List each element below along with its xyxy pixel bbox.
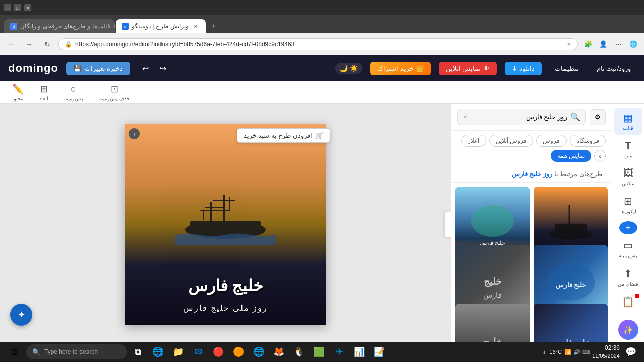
tab-2[interactable]: d ویرایش طرح | دومینگو ✕ <box>116 19 206 33</box>
notification-icon: 💬 <box>625 346 636 357</box>
tab-close-2[interactable]: ✕ <box>192 22 200 30</box>
templates-grid: خلیج فارس 🛒 <box>451 183 612 362</box>
sidebar-notification-1[interactable]: 📋 <box>614 292 642 312</box>
maximize-button[interactable]: □ <box>14 4 21 11</box>
chrome-icon: 🌐 <box>253 346 264 357</box>
chrome-button[interactable]: 🌐 <box>250 343 268 361</box>
filter-button[interactable]: ⚙ <box>590 109 606 125</box>
profile-button[interactable]: 👤 <box>597 38 610 51</box>
text-icon: T <box>625 140 631 151</box>
start-button[interactable]: ⊞ <box>4 344 24 360</box>
more-button[interactable]: ⋯ <box>612 38 625 51</box>
extensions-button[interactable]: 🧩 <box>582 38 595 51</box>
canvas-topbar: ✏️ محتوا ⊞ ابعاد ○ پس‌زمینه ⊡ حذف پس‌زمی… <box>0 81 644 104</box>
info-button[interactable]: i <box>129 128 140 139</box>
undo-redo-group: ↩ ↪ <box>138 61 171 76</box>
url-bar[interactable]: 🔒 https://app.domingo.ir/editor?industry… <box>58 38 578 50</box>
search-input[interactable] <box>470 113 567 121</box>
related-label: : طرح‌های مرتبط با روز خلیج فارس <box>451 166 612 183</box>
prev-tag-button[interactable]: › <box>594 150 606 162</box>
tool-background[interactable]: ○ پس‌زمینه <box>60 82 87 103</box>
task-view-icon: ⧉ <box>135 347 141 357</box>
sidebar-background-button[interactable]: ▭ پس‌زمینه <box>614 235 642 262</box>
taskbar-search-input[interactable] <box>44 348 115 355</box>
taskbar-sys-icons: 🌡 16°C 📶 🔊 ⌨ <box>542 349 590 355</box>
remove-bg-label: حذف پس‌زمینه <box>99 96 130 101</box>
save-label: ذخیره تغییرات <box>85 65 123 72</box>
pomodo-button[interactable]: 🟠 <box>229 343 248 361</box>
tab-favicon-1: d <box>10 23 17 30</box>
svg-text:خلیج فارس: خلیج فارس <box>556 282 586 290</box>
add-to-cart-button[interactable]: 🛒 افزودن طرح به سبد خرید <box>237 128 330 143</box>
new-tab-button[interactable]: + <box>207 19 221 33</box>
close-button[interactable]: ✕ <box>24 4 31 11</box>
filter-tag-online-sale[interactable]: فروش آنلاین <box>489 135 533 147</box>
back-button[interactable]: ← <box>4 37 18 51</box>
mail-button[interactable]: ✉ <box>189 343 207 361</box>
firefox-icon: 🦊 <box>273 346 284 357</box>
edge-taskbar-button[interactable]: 🌐 <box>149 343 167 361</box>
settings-button[interactable]: تنظیمات <box>550 62 584 75</box>
sidebar-icons-button[interactable]: ⊞ آیکون‌ها <box>614 191 642 218</box>
dimensions-icon: ⊞ <box>40 83 48 95</box>
filter-tag-ads[interactable]: اعلار <box>461 135 486 147</box>
edge-icon[interactable]: 🌐 <box>627 38 640 51</box>
sidebar-template-button[interactable]: ▦ قالب <box>614 108 642 135</box>
taskbar: ⊞ 🔍 ⧉ 🌐 📁 ✉ 🔴 🟠 🌐 🦊 🐧 🟩 ✈ 📊 📝 � <box>0 342 644 362</box>
save-button[interactable]: 💾 ذخیره تغییرات <box>66 62 130 75</box>
download-button[interactable]: ⬇ دانلود <box>505 62 542 75</box>
settings-label: تنظیمات <box>555 65 579 72</box>
minimize-button[interactable]: ─ <box>4 4 11 11</box>
word-button[interactable]: 📝 <box>370 343 388 361</box>
preview-button[interactable]: نمایش آنلاین 👁 <box>439 62 497 75</box>
tab-1[interactable]: d قالب‌ها و طرح‌های حرفه‌ای و رایگان ✕ <box>4 19 115 33</box>
background-label: پس‌زمینه <box>64 96 83 101</box>
filter-tag-sale[interactable]: فروش <box>536 135 567 147</box>
upload-icon: ⬆ <box>624 267 632 280</box>
filter-tag-shop[interactable]: فروشگاه <box>570 135 606 147</box>
canvas-wrapper: domingo domingo domingo domingo domingo … <box>0 104 451 362</box>
tool-remove-bg[interactable]: ⊡ حذف پس‌زمینه <box>95 81 134 103</box>
green-app-button[interactable]: 🟩 <box>310 343 328 361</box>
svg-rect-6 <box>200 210 230 211</box>
dark-mode-toggle[interactable]: 🌙 ☀️ <box>335 63 362 74</box>
tab-close-1[interactable]: ✕ <box>113 22 115 30</box>
related-keyword: روز خلیج فارس <box>512 170 552 178</box>
sidebar-upload-button[interactable]: ⬆ فضای من <box>614 263 642 291</box>
forward-button[interactable]: → <box>22 37 36 51</box>
sidebar-photo-button[interactable]: 🖼 عکس <box>614 163 642 190</box>
app-red-button[interactable]: 🔴 <box>209 343 227 361</box>
subscribe-button[interactable]: خرید اشتراک 👑 <box>370 62 430 75</box>
refresh-button[interactable]: ↻ <box>40 37 54 51</box>
notification-button[interactable]: 💬 <box>622 343 640 361</box>
expand-panel-button[interactable]: › <box>445 212 451 238</box>
filter-icon: ⚙ <box>595 113 601 121</box>
canvas-image: خلیج فارس روز ملی خلیج فارس <box>125 124 326 325</box>
design-canvas: domingo domingo domingo domingo domingo … <box>125 124 326 325</box>
tool-content[interactable]: ✏️ محتوا <box>8 81 27 103</box>
filter-tag-all[interactable]: نمایش همه <box>551 150 591 162</box>
undo-button[interactable]: ↩ <box>138 61 153 76</box>
svg-rect-14 <box>555 224 587 235</box>
excel-button[interactable]: 📊 <box>350 343 368 361</box>
bg-icon: ▭ <box>623 239 633 251</box>
telegram-button[interactable]: ✈ <box>330 343 348 361</box>
file-explorer-button[interactable]: 📁 <box>169 343 187 361</box>
tool-dimensions[interactable]: ⊞ ابعاد <box>35 81 52 103</box>
right-panel: ⚙ 🔍 ✕ فروشگاه فروش فروش آنلاین اعلا <box>451 104 612 362</box>
firefox-button[interactable]: 🦊 <box>270 343 288 361</box>
search-container: ⚙ 🔍 ✕ <box>451 104 612 131</box>
sidebar-ai-button[interactable]: ✨ <box>614 314 642 344</box>
task-view-button[interactable]: ⧉ <box>129 343 147 361</box>
linux-button[interactable]: 🐧 <box>290 343 308 361</box>
ship-svg <box>175 185 276 245</box>
taskbar-search[interactable]: 🔍 <box>26 344 127 359</box>
canvas-fab-button[interactable]: ✦ <box>10 304 32 326</box>
redo-button[interactable]: ↪ <box>155 61 171 76</box>
clear-search-icon[interactable]: ✕ <box>463 114 467 120</box>
search-input-wrap[interactable]: 🔍 ✕ <box>457 109 586 125</box>
sidebar-add-button[interactable]: + <box>619 221 637 234</box>
signin-button[interactable]: ورود/ثبت نام <box>592 62 636 75</box>
sidebar-text-button[interactable]: T متن <box>614 136 642 162</box>
taskbar-time[interactable]: 02:36 11/05/2024 <box>592 344 620 359</box>
